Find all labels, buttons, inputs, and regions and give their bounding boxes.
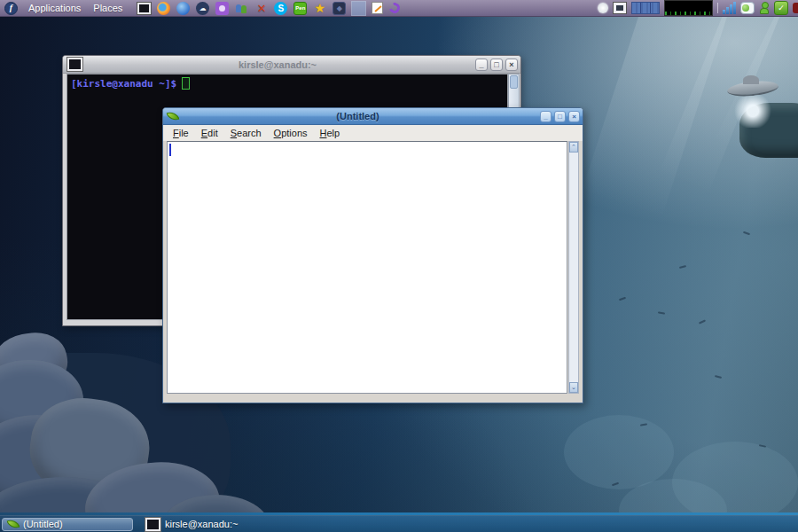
fedora-logo-icon[interactable]: f — [4, 2, 18, 15]
menu-options[interactable]: Options — [268, 126, 314, 140]
red-x-app-icon[interactable]: ✕ — [254, 2, 268, 15]
scroll-down-button[interactable]: ⌄ — [569, 382, 578, 393]
terminal-icon — [145, 518, 160, 531]
scrollbar-thumb[interactable] — [510, 75, 518, 89]
menu-file[interactable]: File — [167, 126, 195, 140]
firefox-icon[interactable] — [157, 2, 170, 15]
terminal-icon — [67, 58, 82, 71]
applications-menu[interactable]: Applications — [22, 0, 87, 16]
chat-app-icon[interactable] — [215, 2, 229, 15]
maximize-button[interactable]: □ — [490, 59, 503, 71]
fish — [699, 319, 706, 324]
maximize-button[interactable]: □ — [554, 111, 566, 122]
display-icon[interactable] — [613, 2, 627, 14]
ufo-glow — [732, 94, 773, 128]
editor-menubar: File Edit Search Options Help — [163, 125, 583, 141]
taskbar-task-untitled[interactable]: (Untitled) — [2, 518, 133, 531]
terminal-title: kirsle@xanadu:~ — [82, 59, 473, 70]
workspace-pager[interactable] — [631, 2, 660, 14]
bottom-taskbar: (Untitled) kirsle@xanadu:~ — [0, 515, 798, 532]
close-button[interactable]: × — [505, 59, 518, 71]
terminal-cursor — [182, 77, 190, 90]
minimize-button[interactable]: _ — [540, 111, 552, 122]
pen-app-icon[interactable]: Pen — [293, 2, 307, 15]
security-check-icon[interactable]: ✓ — [774, 1, 788, 15]
fish — [715, 375, 722, 379]
terminal-launcher-icon[interactable] — [137, 3, 151, 14]
skype-icon[interactable]: S — [274, 2, 287, 15]
swirl-app-icon[interactable] — [387, 1, 402, 15]
fish — [619, 297, 626, 301]
launcher-icons: ☁ ✕ S Pen ★ ◆ — [137, 2, 400, 15]
top-panel: f Applications Places ☁ ✕ S Pen ★ ◆ — [0, 0, 798, 17]
text-caret — [169, 144, 171, 156]
places-menu[interactable]: Places — [87, 0, 129, 16]
desktop-wallpaper[interactable]: kirsle@xanadu:~ _ □ × [kirsle@xanadu ~]$… — [0, 0, 798, 532]
shell-prompt: [kirsle@xanadu ~]$ — [71, 78, 176, 90]
fish — [679, 265, 686, 269]
web-globe-icon[interactable] — [176, 2, 190, 15]
users-icon[interactable] — [235, 2, 248, 15]
task-label: (Untitled) — [23, 519, 63, 529]
editor-title: (Untitled) — [178, 111, 537, 121]
network-signal-icon[interactable] — [723, 2, 736, 14]
ufo-scene — [725, 73, 798, 153]
terminal-titlebar[interactable]: kirsle@xanadu:~ _ □ × — [63, 56, 520, 74]
editor-titlebar[interactable]: (Untitled) _ □ × — [163, 108, 583, 125]
text-editor-icon[interactable] — [372, 2, 383, 14]
fish — [743, 231, 750, 236]
cube-app-icon[interactable]: ◆ — [332, 2, 346, 15]
minimize-button[interactable]: _ — [475, 59, 488, 71]
leafpad-icon — [6, 517, 20, 530]
menu-search[interactable]: Search — [224, 126, 268, 140]
mail-cloud-icon[interactable]: ☁ — [196, 2, 209, 15]
editor-window[interactable]: (Untitled) _ □ × File Edit Search Option… — [162, 107, 583, 403]
gear-icon[interactable] — [598, 3, 608, 13]
grid-app-icon[interactable] — [352, 2, 365, 15]
menu-help[interactable]: Help — [314, 126, 347, 140]
task-label: kirsle@xanadu:~ — [165, 519, 238, 529]
tray-separator — [717, 3, 718, 13]
editor-text-area[interactable] — [167, 141, 567, 394]
chat-bubble-icon[interactable] — [740, 2, 755, 14]
star-bookmark-icon[interactable]: ★ — [313, 2, 326, 15]
system-monitor[interactable] — [664, 0, 713, 16]
taskbar-task-terminal[interactable]: kirsle@xanadu:~ — [140, 518, 243, 531]
user-status-icon[interactable] — [759, 2, 770, 14]
volume-icon[interactable] — [793, 3, 798, 13]
pebble — [564, 415, 674, 489]
ufo-dome — [743, 75, 759, 84]
system-tray: ✓ — [598, 0, 798, 16]
panel-left: f Applications Places ☁ ✕ S Pen ★ ◆ — [0, 0, 400, 16]
menu-edit[interactable]: Edit — [195, 126, 224, 140]
editor-scrollbar[interactable]: ⌃ ⌄ — [568, 141, 579, 394]
close-button[interactable]: × — [568, 111, 580, 122]
scroll-up-button[interactable]: ⌃ — [569, 142, 578, 153]
fish — [658, 311, 665, 314]
